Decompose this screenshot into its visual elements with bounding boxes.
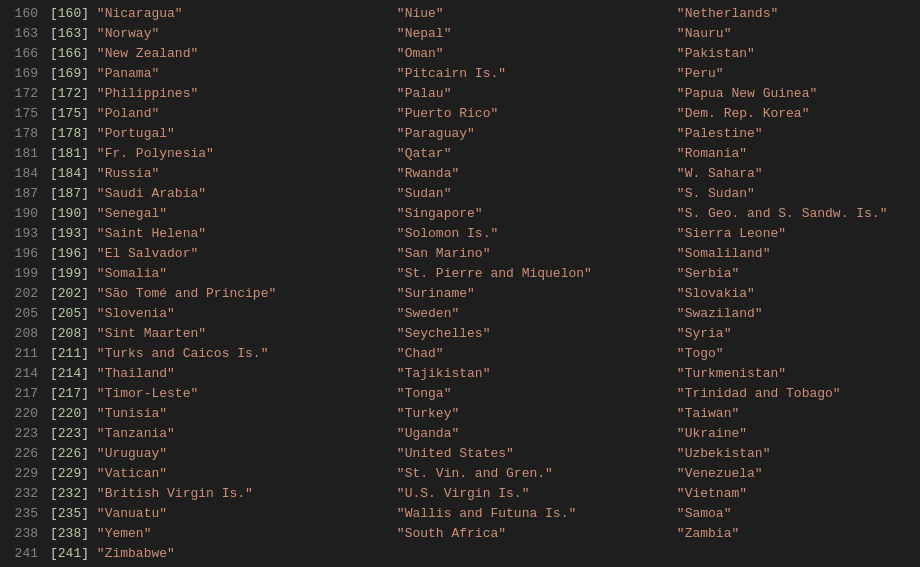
country-col3: "Turkmenistan" — [677, 364, 786, 384]
code-line: 163[163] "Norway""Nepal""Nauru" — [0, 24, 920, 44]
line-number: 205 — [8, 304, 50, 324]
country-col1: "Senegal" — [97, 204, 397, 224]
country-col3: "Ukraine" — [677, 424, 747, 444]
line-content: [187] "Saudi Arabia""Sudan""S. Sudan" — [50, 184, 755, 204]
country-col2: "Wallis and Futuna Is." — [397, 504, 677, 524]
line-number: 241 — [8, 544, 50, 564]
code-line: 193[193] "Saint Helena""Solomon Is.""Sie… — [0, 224, 920, 244]
line-content: [220] "Tunisia""Turkey""Taiwan" — [50, 404, 739, 424]
line-content: [184] "Russia""Rwanda""W. Sahara" — [50, 164, 763, 184]
line-number: 232 — [8, 484, 50, 504]
country-col1: "Nicaragua" — [97, 4, 397, 24]
country-col3: "Venezuela" — [677, 464, 763, 484]
country-col2: "United States" — [397, 444, 677, 464]
line-number: 214 — [8, 364, 50, 384]
country-col1: "Panama" — [97, 64, 397, 84]
country-col2: "Qatar" — [397, 144, 677, 164]
country-col2: "Palau" — [397, 84, 677, 104]
line-content: [175] "Poland""Puerto Rico""Dem. Rep. Ko… — [50, 104, 809, 124]
country-col3: "Slovakia" — [677, 284, 755, 304]
country-col3: "Sierra Leone" — [677, 224, 786, 244]
line-number: 220 — [8, 404, 50, 424]
country-col1: "Vatican" — [97, 464, 397, 484]
country-col2: "San Marino" — [397, 244, 677, 264]
code-line: 160[160] "Nicaragua""Niue""Netherlands" — [0, 4, 920, 24]
line-content: [181] "Fr. Polynesia""Qatar""Romania" — [50, 144, 747, 164]
line-number: 187 — [8, 184, 50, 204]
line-content: [196] "El Salvador""San Marino""Somalila… — [50, 244, 770, 264]
country-col1: "Tanzania" — [97, 424, 397, 444]
country-col2: "Oman" — [397, 44, 677, 64]
line-content: [163] "Norway""Nepal""Nauru" — [50, 24, 731, 44]
line-number: 208 — [8, 324, 50, 344]
code-line: 223[223] "Tanzania""Uganda""Ukraine" — [0, 424, 920, 444]
country-col3: "Samoa" — [677, 504, 732, 524]
line-number: 166 — [8, 44, 50, 64]
country-col1: "Poland" — [97, 104, 397, 124]
line-content: [190] "Senegal""Singapore""S. Geo. and S… — [50, 204, 887, 224]
code-line: 166[166] "New Zealand""Oman""Pakistan" — [0, 44, 920, 64]
code-line: 202[202] "São Tomé and Principe""Surinam… — [0, 284, 920, 304]
country-col3: "Syria" — [677, 324, 732, 344]
country-col3: "S. Geo. and S. Sandw. Is." — [677, 204, 888, 224]
line-number: 178 — [8, 124, 50, 144]
country-col2: "Sudan" — [397, 184, 677, 204]
code-line: 214[214] "Thailand""Tajikistan""Turkmeni… — [0, 364, 920, 384]
code-line: 232[232] "British Virgin Is.""U.S. Virgi… — [0, 484, 920, 504]
country-col3: "Vietnam" — [677, 484, 747, 504]
line-content: [193] "Saint Helena""Solomon Is.""Sierra… — [50, 224, 786, 244]
line-number: 202 — [8, 284, 50, 304]
country-col3: "Peru" — [677, 64, 724, 84]
code-line: 196[196] "El Salvador""San Marino""Somal… — [0, 244, 920, 264]
country-col3: "Papua New Guinea" — [677, 84, 817, 104]
country-col2: "U.S. Virgin Is." — [397, 484, 677, 504]
country-col3: "W. Sahara" — [677, 164, 763, 184]
country-col3: "Zambia" — [677, 524, 739, 544]
code-line: 169[169] "Panama""Pitcairn Is.""Peru" — [0, 64, 920, 84]
code-line: 187[187] "Saudi Arabia""Sudan""S. Sudan" — [0, 184, 920, 204]
line-number: 169 — [8, 64, 50, 84]
line-content: [214] "Thailand""Tajikistan""Turkmenista… — [50, 364, 786, 384]
country-col1: "Tunisia" — [97, 404, 397, 424]
line-content: [241] "Zimbabwe" — [50, 544, 677, 564]
country-col2: "Tonga" — [397, 384, 677, 404]
country-col1: "Sint Maarten" — [97, 324, 397, 344]
code-line: 172[172] "Philippines""Palau""Papua New … — [0, 84, 920, 104]
line-content: [229] "Vatican""St. Vin. and Gren.""Vene… — [50, 464, 763, 484]
line-content: [232] "British Virgin Is.""U.S. Virgin I… — [50, 484, 747, 504]
code-line: 226[226] "Uruguay""United States""Uzbeki… — [0, 444, 920, 464]
code-line: 211[211] "Turks and Caicos Is.""Chad""To… — [0, 344, 920, 364]
country-col1: "Slovenia" — [97, 304, 397, 324]
country-col1: "Uruguay" — [97, 444, 397, 464]
country-col1: "Russia" — [97, 164, 397, 184]
country-col1: "Portugal" — [97, 124, 397, 144]
country-col1: "Thailand" — [97, 364, 397, 384]
country-col3: "Serbia" — [677, 264, 739, 284]
line-number: 160 — [8, 4, 50, 24]
country-col2: "Paraguay" — [397, 124, 677, 144]
line-number: 175 — [8, 104, 50, 124]
line-number: 196 — [8, 244, 50, 264]
code-line: 181[181] "Fr. Polynesia""Qatar""Romania" — [0, 144, 920, 164]
line-number: 184 — [8, 164, 50, 184]
country-col1: "Saint Helena" — [97, 224, 397, 244]
code-line: 190[190] "Senegal""Singapore""S. Geo. an… — [0, 204, 920, 224]
country-col2: "St. Pierre and Miquelon" — [397, 264, 677, 284]
code-line: 175[175] "Poland""Puerto Rico""Dem. Rep.… — [0, 104, 920, 124]
country-col2: "Turkey" — [397, 404, 677, 424]
line-number: 163 — [8, 24, 50, 44]
country-col1: "Timor-Leste" — [97, 384, 397, 404]
line-number: 172 — [8, 84, 50, 104]
code-line: 220[220] "Tunisia""Turkey""Taiwan" — [0, 404, 920, 424]
country-col2: "South Africa" — [397, 524, 677, 544]
country-col3: "Taiwan" — [677, 404, 739, 424]
code-line: 217[217] "Timor-Leste""Tonga""Trinidad a… — [0, 384, 920, 404]
country-col1: "Philippines" — [97, 84, 397, 104]
country-col3: "Dem. Rep. Korea" — [677, 104, 810, 124]
line-number: 193 — [8, 224, 50, 244]
country-col3: "Nauru" — [677, 24, 732, 44]
code-line: 241[241] "Zimbabwe" — [0, 544, 920, 564]
country-col2: "Sweden" — [397, 304, 677, 324]
country-col3: "Trinidad and Tobago" — [677, 384, 841, 404]
line-number: 181 — [8, 144, 50, 164]
